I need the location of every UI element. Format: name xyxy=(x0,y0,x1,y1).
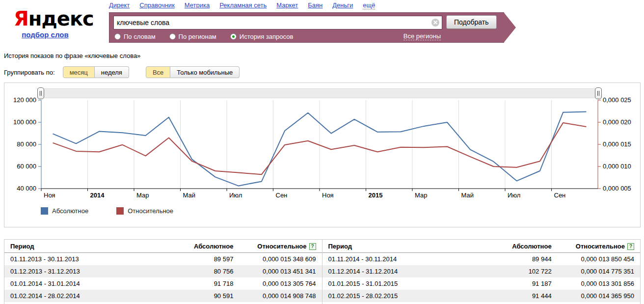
top-nav: ДиректСправочникМетрикаРекламная сетьМар… xyxy=(109,1,375,9)
search-banner: ✕ Подобрать По словамПо регионамИстория … xyxy=(109,12,504,43)
period-cell: 01.01.2015 - 31.01.2015 xyxy=(322,277,497,290)
svg-text:Мар: Мар xyxy=(136,192,149,199)
search-mode-option[interactable]: По регионам xyxy=(169,33,216,40)
svg-text:Сен: Сен xyxy=(554,192,566,199)
search-input-wrap: ✕ xyxy=(113,16,442,29)
toggle-button[interactable]: Все xyxy=(146,66,170,78)
absolute-cell: 89 597 xyxy=(179,253,240,266)
nav-link[interactable]: Директ xyxy=(109,1,130,9)
legend-label: Абсолютное xyxy=(52,207,88,215)
absolute-cell: 91 187 xyxy=(497,277,558,290)
nav-link[interactable]: Деньги xyxy=(332,1,353,9)
search-mode-option[interactable]: История запросов xyxy=(230,33,294,40)
absolute-cell: 102 722 xyxy=(497,265,558,277)
column-header: Абсолютное xyxy=(179,240,240,253)
period-cell: 01.12.2014 - 31.12.2014 xyxy=(322,265,497,277)
absolute-cell: 91 444 xyxy=(497,290,558,302)
legend-item[interactable]: Абсолютное xyxy=(41,207,88,215)
stats-tables-panel: ПериодАбсолютноеОтносительное?01.11.2013… xyxy=(4,239,641,304)
legend-swatch-icon xyxy=(116,207,124,215)
legend-label: Относительное xyxy=(128,207,173,215)
column-header: Абсолютное xyxy=(497,240,558,253)
group-by-row: Группировать по: месяцнеделя ВсеТолько м… xyxy=(4,66,240,78)
table-row: 01.12.2013 - 31.12.201380 7560,000 013 4… xyxy=(4,265,322,277)
column-header: Относительное? xyxy=(558,240,640,253)
relative-cell: 0,000 013 301 856 xyxy=(558,277,640,290)
stats-table-left: ПериодАбсолютноеОтносительное?01.11.2013… xyxy=(4,240,322,304)
clear-icon[interactable]: ✕ xyxy=(431,19,439,27)
wordstat-link[interactable]: подбор слов xyxy=(22,30,68,39)
history-chart: 40 00060 00080 000100 000120 0000,000 00… xyxy=(4,98,640,203)
relative-cell: 0,000 013 850 454 xyxy=(558,253,640,266)
svg-text:Сен: Сен xyxy=(276,192,288,199)
page-title: История показов по фразе «ключевые слова… xyxy=(4,52,140,59)
period-cell: 01.02.2014 - 28.02.2014 xyxy=(4,290,179,302)
find-button[interactable]: Подобрать xyxy=(446,15,497,29)
logo-rest: ндекс xyxy=(28,7,94,30)
table-row: 01.11.2013 - 30.11.201389 5970,000 015 3… xyxy=(4,253,322,266)
column-header: Относительное? xyxy=(239,240,322,253)
period-toggle-group: месяцнеделя xyxy=(63,66,129,78)
svg-text:0,000 020: 0,000 020 xyxy=(603,118,631,126)
nav-link[interactable]: Метрика xyxy=(185,1,210,9)
stats-table: ПериодАбсолютноеОтносительное?01.11.2014… xyxy=(322,240,641,302)
radio-icon[interactable] xyxy=(169,33,176,40)
absolute-cell: 89 944 xyxy=(497,253,558,266)
nav-link[interactable]: Справочник xyxy=(139,1,175,9)
toggle-button[interactable]: неделя xyxy=(95,66,129,78)
search-mode-label: По регионам xyxy=(179,33,216,40)
nav-link[interactable]: Рекламная сеть xyxy=(219,1,267,9)
svg-text:Мар: Мар xyxy=(415,192,427,199)
all-regions-link[interactable]: Все регионы xyxy=(403,32,441,40)
stats-table: ПериодАбсолютноеОтносительное?01.11.2013… xyxy=(4,240,322,302)
svg-text:Июл: Июл xyxy=(508,192,520,199)
group-by-label: Группировать по: xyxy=(4,69,55,76)
search-mode-row: По словамПо регионамИстория запросовВсе … xyxy=(109,32,504,40)
svg-text:120 000: 120 000 xyxy=(13,98,36,104)
legend-swatch-icon xyxy=(41,207,48,215)
logo-letter-ya: Я xyxy=(14,7,28,30)
table-row: 01.01.2015 - 31.01.201591 1870,000 013 3… xyxy=(322,277,641,290)
svg-text:0,000 015: 0,000 015 xyxy=(603,140,631,148)
banner-arrow-decoration xyxy=(504,12,516,43)
svg-text:80 000: 80 000 xyxy=(17,140,36,148)
period-cell: 01.12.2013 - 31.12.2013 xyxy=(4,265,179,277)
relative-cell: 0,000 013 305 764 xyxy=(239,277,322,290)
relative-cell: 0,000 014 365 950 xyxy=(558,290,640,302)
history-chart-panel: 40 00060 00080 000100 000120 0000,000 00… xyxy=(4,83,641,227)
svg-text:Май: Май xyxy=(183,192,195,199)
svg-text:2015: 2015 xyxy=(369,192,383,199)
nav-link[interactable]: Маркет xyxy=(276,1,298,9)
range-selector-track[interactable] xyxy=(37,88,602,98)
search-mode-option[interactable]: По словам xyxy=(114,33,156,40)
svg-text:2014: 2014 xyxy=(90,192,105,199)
svg-text:Ноя: Ноя xyxy=(322,192,334,199)
svg-text:100 000: 100 000 xyxy=(13,118,36,126)
nav-link[interactable]: Баян xyxy=(308,1,322,9)
device-toggle-group: ВсеТолько мобильные xyxy=(146,66,240,78)
relative-cell: 0,000 014 775 351 xyxy=(558,265,640,277)
relative-cell: 0,000 014 908 748 xyxy=(239,290,322,302)
toggle-button[interactable]: Только мобильные xyxy=(170,66,240,78)
period-cell: 01.01.2014 - 31.01.2014 xyxy=(4,277,179,290)
legend-item[interactable]: Относительное xyxy=(116,207,173,215)
toggle-button[interactable]: месяц xyxy=(63,66,95,78)
stats-table-right: ПериодАбсолютноеОтносительное?01.11.2014… xyxy=(322,240,641,304)
table-row: 01.02.2015 - 28.02.201591 4440,000 014 3… xyxy=(322,290,641,302)
relative-cell: 0,000 015 348 609 xyxy=(239,253,322,266)
svg-text:Июл: Июл xyxy=(229,192,242,199)
svg-text:Ноя: Ноя xyxy=(44,192,55,199)
absolute-cell: 91 718 xyxy=(179,277,240,290)
radio-icon[interactable] xyxy=(114,33,121,40)
chart-legend: АбсолютноеОтносительное xyxy=(41,207,201,215)
radio-checked-icon[interactable] xyxy=(230,33,237,40)
help-icon[interactable]: ? xyxy=(627,243,634,250)
search-mode-label: По словам xyxy=(124,33,156,40)
svg-text:40 000: 40 000 xyxy=(17,185,36,192)
help-icon[interactable]: ? xyxy=(309,243,316,250)
svg-text:Май: Май xyxy=(461,192,474,199)
yandex-logo[interactable]: Яндекс xyxy=(14,8,77,29)
search-input[interactable] xyxy=(114,16,434,29)
nav-link[interactable]: ещё xyxy=(363,1,375,9)
absolute-cell: 90 591 xyxy=(179,290,240,302)
